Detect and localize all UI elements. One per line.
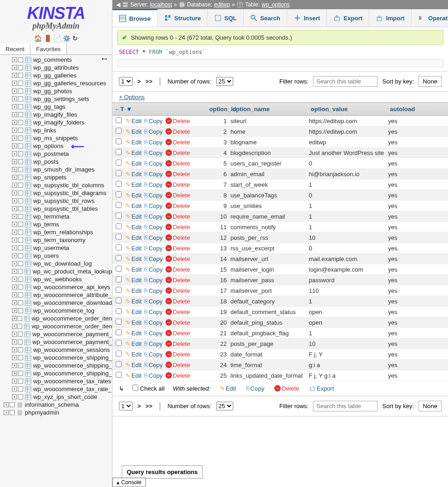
batch-export[interactable]: Export bbox=[308, 385, 335, 392]
expand-icon[interactable]: + bbox=[12, 190, 17, 196]
tree-table-wp_snippets[interactable]: +wp_snippets bbox=[2, 173, 112, 181]
expand-icon[interactable] bbox=[18, 386, 23, 392]
filter-input-bottom[interactable] bbox=[313, 401, 377, 411]
tab-sql[interactable]: SQL bbox=[208, 9, 244, 27]
expand-icon[interactable]: + bbox=[12, 347, 17, 352]
expand-icon[interactable]: + bbox=[12, 363, 17, 368]
doc-icon[interactable]: 📄 bbox=[53, 35, 61, 42]
row-checkbox[interactable] bbox=[116, 117, 122, 123]
bc-server[interactable]: localhost bbox=[150, 1, 172, 8]
row-checkbox[interactable] bbox=[116, 372, 122, 378]
edit-link[interactable]: ✎Edit bbox=[124, 351, 142, 358]
tree-table-wp_wc_download_log[interactable]: +wp_wc_download_log bbox=[2, 260, 112, 267]
edit-link[interactable]: ✎Edit bbox=[124, 234, 142, 241]
expand-icon[interactable] bbox=[18, 363, 23, 368]
delete-link[interactable]: −Delete bbox=[165, 340, 191, 347]
delete-link[interactable]: −Delete bbox=[165, 171, 191, 178]
expand-icon[interactable]: + bbox=[12, 136, 17, 141]
delete-link[interactable]: −Delete bbox=[165, 213, 191, 220]
tree-table-wp_term_taxonomy[interactable]: +wp_term_taxonomy bbox=[2, 236, 112, 244]
delete-link[interactable]: −Delete bbox=[165, 277, 191, 284]
edit-link[interactable]: ✎Edit bbox=[124, 213, 142, 220]
edit-link[interactable]: ✎Edit bbox=[124, 287, 142, 294]
tree-table-wp_wc_webhooks[interactable]: +wp_wc_webhooks bbox=[2, 275, 112, 283]
expand-icon[interactable] bbox=[18, 371, 23, 376]
row-checkbox[interactable] bbox=[116, 202, 122, 208]
delete-link[interactable]: −Delete bbox=[165, 372, 191, 379]
caret-icon[interactable]: ◀ bbox=[116, 1, 120, 8]
row-checkbox[interactable] bbox=[116, 234, 122, 240]
delete-link[interactable]: −Delete bbox=[165, 202, 191, 209]
tree-table-wp_gg_photos[interactable]: +wp_gg_photos bbox=[2, 87, 112, 95]
expand-icon[interactable]: + bbox=[12, 104, 17, 109]
delete-link[interactable]: −Delete bbox=[165, 118, 191, 125]
row-checkbox[interactable] bbox=[116, 138, 122, 144]
batch-delete[interactable]: −Delete bbox=[273, 385, 300, 392]
expand-icon[interactable]: + bbox=[12, 214, 17, 219]
copy-link[interactable]: ⎘Copy bbox=[143, 309, 163, 315]
tab-structure[interactable]: Structure bbox=[158, 9, 208, 27]
expand-icon[interactable]: + bbox=[12, 261, 17, 266]
header-option-name[interactable]: option_name bbox=[230, 103, 309, 115]
tree-table-wp_ms_snippets[interactable]: +wp_ms_snippets bbox=[2, 134, 112, 142]
tree-table-wp_woocommerce_sessions[interactable]: +wp_woocommerce_sessions bbox=[2, 346, 112, 354]
delete-link[interactable]: −Delete bbox=[165, 224, 191, 231]
expand-icon[interactable] bbox=[18, 308, 23, 313]
last-page-bottom[interactable]: >> bbox=[146, 403, 153, 410]
edit-link[interactable]: ✎Edit bbox=[124, 202, 142, 209]
expand-icon[interactable]: + bbox=[12, 277, 17, 282]
tree-table-wp_imagify_files[interactable]: +wp_imagify_files bbox=[2, 111, 112, 119]
row-checkbox[interactable] bbox=[116, 255, 122, 261]
tree-table-wp_links[interactable]: +wp_links bbox=[2, 126, 112, 134]
header-option-value[interactable]: option_value bbox=[309, 103, 388, 115]
expand-icon[interactable]: + bbox=[4, 410, 9, 415]
expand-icon[interactable] bbox=[18, 57, 23, 62]
tree-table-wp_woocommerce_payment_[interactable]: +wp_woocommerce_payment_ bbox=[2, 330, 112, 338]
tree-table-wp_woocommerce_payment_[interactable]: +wp_woocommerce_payment_ bbox=[2, 338, 112, 346]
expand-icon[interactable]: + bbox=[12, 300, 17, 305]
row-checkbox[interactable] bbox=[116, 160, 122, 166]
row-checkbox[interactable] bbox=[116, 128, 122, 134]
expand-icon[interactable] bbox=[18, 222, 23, 227]
next-page[interactable]: > bbox=[137, 78, 141, 85]
header-arrows[interactable]: ←T→ bbox=[112, 103, 124, 115]
expand-icon[interactable]: + bbox=[12, 120, 17, 125]
copy-link[interactable]: ⎘Copy bbox=[143, 118, 163, 125]
expand-icon[interactable] bbox=[18, 253, 23, 258]
tree-table-wp_wc_product_meta_lookup[interactable]: +wp_wc_product_meta_lookup bbox=[2, 267, 112, 275]
edit-link[interactable]: ✎Edit bbox=[124, 340, 142, 347]
expand-icon[interactable] bbox=[18, 65, 23, 70]
tree-table-wp_woocommerce_shipping_[interactable]: +wp_woocommerce_shipping_ bbox=[2, 354, 112, 362]
tree-table-wp_woocommerce_download[interactable]: +wp_woocommerce_download bbox=[2, 299, 112, 307]
tree-table-wp_woocommerce_shipping_[interactable]: +wp_woocommerce_shipping_ bbox=[2, 369, 112, 377]
expand-icon[interactable] bbox=[18, 81, 23, 86]
expand-icon[interactable]: + bbox=[12, 394, 17, 399]
tree-table-wp_woocommerce_tax_rates[interactable]: +wp_woocommerce_tax_rates bbox=[2, 377, 112, 385]
expand-icon[interactable] bbox=[18, 339, 23, 344]
row-checkbox[interactable] bbox=[116, 308, 122, 314]
expand-icon[interactable]: + bbox=[12, 371, 17, 376]
tree-table-wp_woocommerce_api_keys[interactable]: +wp_woocommerce_api_keys bbox=[2, 283, 112, 291]
tree-table-wp_supsystic_tbl_columns[interactable]: +wp_supsystic_tbl_columns bbox=[2, 181, 112, 189]
expand-icon[interactable] bbox=[18, 277, 23, 282]
exit-icon[interactable]: 🚪 bbox=[44, 35, 52, 42]
expand-icon[interactable] bbox=[18, 128, 23, 133]
expand-icon[interactable] bbox=[18, 206, 23, 211]
expand-icon[interactable]: + bbox=[4, 402, 9, 407]
tab-import[interactable]: Import bbox=[369, 9, 411, 27]
tree-table-wp_supsystic_tbl_rows[interactable]: +wp_supsystic_tbl_rows bbox=[2, 197, 112, 205]
tab-search[interactable]: Search bbox=[244, 9, 287, 27]
tree-table-wp_gg_galleries_resources[interactable]: +wp_gg_galleries_resources bbox=[2, 79, 112, 87]
delete-link[interactable]: −Delete bbox=[165, 255, 191, 262]
sort-key-button-bottom[interactable]: None bbox=[419, 401, 442, 411]
delete-link[interactable]: −Delete bbox=[165, 266, 191, 273]
expand-icon[interactable]: + bbox=[12, 386, 17, 392]
expand-icon[interactable] bbox=[18, 89, 23, 94]
expand-icon[interactable]: + bbox=[12, 183, 17, 188]
expand-icon[interactable] bbox=[18, 245, 23, 250]
copy-link[interactable]: ⎘Copy bbox=[143, 277, 163, 284]
edit-link[interactable]: ✎Edit bbox=[124, 181, 142, 188]
expand-icon[interactable] bbox=[18, 159, 23, 164]
tree-table-wp_comments[interactable]: +wp_comments bbox=[2, 56, 112, 64]
row-checkbox[interactable] bbox=[116, 350, 122, 356]
